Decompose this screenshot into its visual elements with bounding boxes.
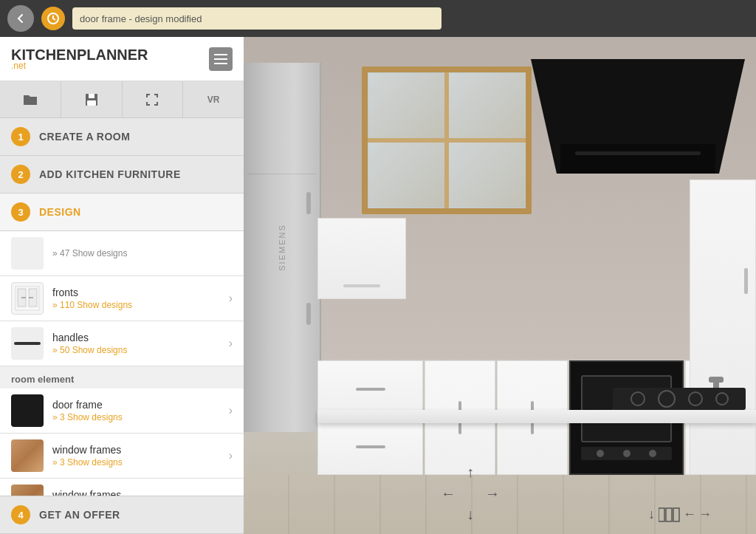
- door-frame-arrow: ›: [229, 404, 233, 417]
- nav-left-arrow[interactable]: ←: [441, 485, 456, 502]
- kitchen-scene: SIEMENS: [244, 37, 756, 534]
- window-frames-2-thumbnail: [11, 485, 44, 496]
- svg-rect-10: [560, 144, 715, 174]
- fridge-handle: [306, 192, 311, 214]
- hamburger-menu-icon[interactable]: [209, 47, 233, 71]
- handles-info: handles » 50 Show designs: [52, 332, 220, 355]
- handles-name: handles: [52, 332, 220, 343]
- step-4-label: GET AN OFFER: [39, 509, 120, 521]
- view-down-icon[interactable]: ↓: [648, 507, 655, 522]
- view-left-icon[interactable]: ←: [683, 507, 696, 522]
- door-frame-thumbnail: [11, 394, 44, 427]
- svg-rect-2: [89, 94, 94, 98]
- top-bar: door frame - design modified: [0, 0, 756, 37]
- main-content: KITCHENPLANNER .net: [0, 37, 756, 534]
- door-frame-item[interactable]: door frame » 3 Show designs ›: [0, 388, 244, 434]
- window-frames-1-sub: » 3 Show designs: [52, 457, 220, 468]
- step-2-header[interactable]: 2 ADD KITCHEN FURNITURE: [0, 156, 244, 194]
- open-button[interactable]: [0, 81, 61, 117]
- status-bar: door frame - design modified: [72, 7, 441, 30]
- design-scroll-area[interactable]: » 47 Show designs fronts: [0, 231, 244, 496]
- handles-arrow: ›: [229, 337, 233, 350]
- svg-rect-13: [666, 508, 672, 521]
- toolbar: VR: [0, 81, 244, 118]
- fullscreen-button[interactable]: [123, 81, 184, 117]
- cabinet-view-icon[interactable]: [659, 505, 681, 523]
- handles-item[interactable]: handles » 50 Show designs ›: [0, 321, 244, 366]
- viewport[interactable]: SIEMENS: [244, 37, 756, 534]
- window-frames-1-name: window frames: [52, 444, 220, 456]
- window-frames-1-info: window frames » 3 Show designs: [52, 444, 220, 468]
- step-1-label: CREATE A ROOM: [39, 131, 130, 143]
- logo-area: KITCHENPLANNER .net: [0, 37, 244, 81]
- nav-down-arrow[interactable]: ↓: [467, 506, 474, 523]
- logo-planner: PLANNER: [77, 47, 148, 63]
- svg-rect-11: [575, 151, 701, 155]
- svg-rect-3: [87, 100, 96, 106]
- window-frames-2-info: window frames » 3 Show designs: [52, 489, 220, 496]
- nav-up-arrow[interactable]: ↑: [467, 464, 474, 481]
- countertop: [317, 410, 756, 423]
- step-2-label: ADD KITCHEN FURNITURE: [39, 168, 181, 180]
- handles-sub: » 50 Show designs: [52, 345, 220, 355]
- partial-item[interactable]: » 47 Show designs: [0, 231, 244, 276]
- view-controls: ↓ ← →: [648, 505, 712, 523]
- partial-text: » 47 Show designs: [52, 248, 127, 259]
- status-text: door frame - design modified: [80, 13, 202, 24]
- sidebar: KITCHENPLANNER .net: [0, 37, 244, 534]
- upper-cabinet: [317, 218, 406, 299]
- window-frame-3d: [362, 66, 532, 214]
- window-frames-1-item[interactable]: window frames » 3 Show designs ›: [0, 434, 244, 479]
- history-icon: [41, 7, 65, 30]
- right-tall-cabinet: [690, 179, 756, 475]
- step-4-header[interactable]: 4 GET AN OFFER: [0, 496, 244, 534]
- design-section: » 47 Show designs fronts: [0, 231, 244, 496]
- logo: KITCHENPLANNER .net: [11, 47, 148, 71]
- nav-arrows: ↑ ↓ → ←: [441, 464, 500, 523]
- window-frames-2-arrow: ›: [229, 494, 233, 496]
- fridge-handle-lower: [306, 303, 311, 325]
- handle-shape: [14, 342, 41, 345]
- fronts-info: fronts » 110 Show designs: [52, 287, 220, 310]
- refrigerator: SIEMENS: [244, 63, 321, 432]
- step-1-header[interactable]: 1 CREATE A ROOM: [0, 118, 244, 156]
- view-right-icon[interactable]: →: [698, 507, 712, 522]
- step-3-number: 3: [11, 202, 30, 222]
- room-element-heading: room element: [0, 366, 244, 388]
- step-4-number: 4: [11, 505, 30, 524]
- svg-rect-14: [673, 508, 679, 521]
- floor: [244, 475, 756, 534]
- window-frames-2-item[interactable]: window frames » 3 Show designs ›: [0, 479, 244, 496]
- vr-label: VR: [207, 95, 220, 105]
- hob-cooktop: [613, 388, 746, 410]
- hood: [531, 59, 745, 174]
- step-3-header[interactable]: 3 DESIGN: [0, 194, 244, 231]
- door-frame-name: door frame: [52, 399, 220, 411]
- partial-thumb: [11, 237, 44, 270]
- window-frames-2-name: window frames: [52, 489, 220, 496]
- door-frame-sub: » 3 Show designs: [52, 412, 220, 422]
- step-3-label: DESIGN: [39, 206, 81, 218]
- fronts-item[interactable]: fronts » 110 Show designs ›: [0, 276, 244, 321]
- vr-button[interactable]: VR: [183, 81, 244, 117]
- window-frames-1-arrow: ›: [229, 449, 233, 462]
- fronts-sub: » 110 Show designs: [52, 300, 220, 310]
- door-frame-info: door frame » 3 Show designs: [52, 399, 220, 422]
- window-frames-1-thumbnail: [11, 439, 44, 472]
- fridge-brand-label: SIEMENS: [278, 224, 286, 271]
- step-1-number: 1: [11, 127, 30, 146]
- save-button[interactable]: [61, 81, 123, 117]
- svg-rect-12: [659, 508, 664, 521]
- fronts-name: fronts: [52, 287, 220, 298]
- nav-right-arrow[interactable]: →: [485, 485, 500, 502]
- fronts-thumbnail: [11, 282, 44, 315]
- step-2-number: 2: [11, 165, 30, 184]
- handles-thumbnail: [11, 327, 44, 360]
- fronts-arrow: ›: [229, 292, 233, 305]
- back-button[interactable]: [7, 5, 34, 32]
